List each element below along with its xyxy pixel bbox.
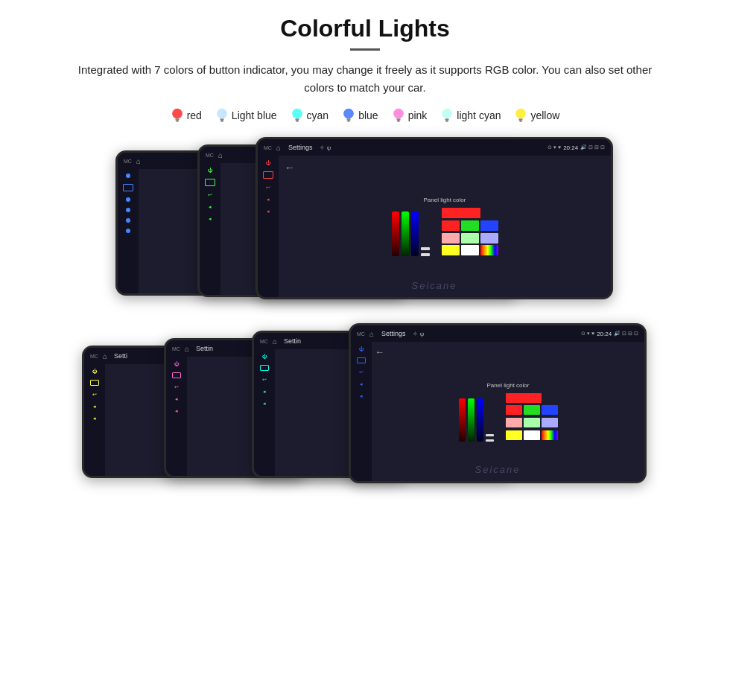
svg-rect-2 bbox=[175, 118, 179, 121]
watermark-bottom: Seicane bbox=[475, 464, 521, 475]
svg-rect-22 bbox=[445, 118, 449, 121]
color-label-lightblue: Light blue bbox=[232, 109, 277, 121]
nav-dot-4 bbox=[126, 218, 130, 223]
nav-home-3 bbox=[263, 171, 273, 179]
svg-rect-7 bbox=[220, 121, 223, 122]
pink-bulb-icon bbox=[392, 107, 405, 124]
sidebar-nav-2: ⏻ ↩ ◂ ◂ bbox=[200, 163, 220, 295]
sidebar-nav-3: ⏻ ↩ ◂ ◂ bbox=[258, 156, 279, 297]
color-sliders-3 bbox=[392, 208, 430, 256]
page-title: Colorful Lights bbox=[30, 15, 700, 42]
svg-rect-6 bbox=[220, 118, 223, 121]
svg-rect-23 bbox=[446, 121, 448, 122]
svg-rect-10 bbox=[295, 118, 299, 121]
sidebar-nav-1 bbox=[118, 169, 139, 293]
bottom-device-section: MC ⌂ Setti ⏻ ↩ ◂ ◂ bbox=[30, 323, 700, 509]
nav-home-2 bbox=[205, 179, 215, 186]
svg-point-21 bbox=[442, 109, 453, 119]
power-icon-3: ⏻ bbox=[266, 160, 271, 165]
color-label-lightcyan: light cyan bbox=[457, 109, 501, 121]
description-text: Integrated with 7 colors of button indic… bbox=[67, 61, 663, 97]
color-label-cyan: cyan bbox=[307, 109, 329, 121]
grid-cell-rainbow bbox=[480, 245, 498, 255]
svg-point-9 bbox=[292, 109, 302, 119]
device-topbar-3: MC ⌂ Settings ✧ ψ ⊙ ▾ ♥ 20:24 🔊 ⊡ ⊟ ⊡ bbox=[258, 139, 611, 156]
svg-point-13 bbox=[343, 109, 354, 119]
nav-back-2: ↩ bbox=[208, 192, 212, 198]
slider-handles-3 bbox=[421, 211, 430, 256]
svg-point-5 bbox=[217, 109, 227, 119]
color-item-lightblue: Light blue bbox=[215, 107, 277, 124]
color-label-yellow: yellow bbox=[530, 109, 559, 121]
bottom-screen-4: MC ⌂ Settings ✧ ψ ⊙ ▾ ♥ 20:24 🔊 ⊡ ⊟ ⊡ bbox=[351, 325, 644, 481]
svg-rect-27 bbox=[520, 121, 522, 122]
device-frame-3: MC ⌂ Settings ✧ ψ ⊙ ▾ ♥ 20:24 🔊 ⊡ ⊟ ⊡ bbox=[256, 137, 613, 299]
svg-rect-3 bbox=[176, 121, 178, 122]
bottom-device-stack: MC ⌂ Setti ⏻ ↩ ◂ ◂ bbox=[82, 323, 648, 506]
color-item-cyan: cyan bbox=[291, 107, 329, 124]
back-arrow-3: ← bbox=[285, 162, 295, 174]
color-label-red: red bbox=[187, 109, 202, 121]
grid-cell-g2 bbox=[461, 233, 479, 244]
nav-dot-5 bbox=[126, 229, 130, 233]
topbar-title-3: Settings bbox=[288, 144, 313, 151]
slider-green-3 bbox=[402, 211, 409, 256]
svg-point-17 bbox=[393, 109, 404, 119]
title-divider bbox=[350, 48, 380, 51]
panel-ui-3: Panel light color bbox=[392, 197, 498, 256]
grid-cell-b1 bbox=[480, 220, 498, 231]
nav-vol2-2: ◂ bbox=[209, 216, 212, 222]
top-device-section: MC ⌂ bbox=[30, 137, 700, 316]
grid-cell-r1 bbox=[442, 220, 460, 231]
nav-vol-2: ◂ bbox=[209, 204, 212, 210]
svg-point-1 bbox=[172, 109, 182, 119]
grid-cell-red-full bbox=[442, 208, 480, 218]
main-content-3: Panel light color bbox=[279, 156, 611, 297]
top-device-stack: MC ⌂ bbox=[115, 137, 615, 312]
handle-2 bbox=[421, 253, 430, 256]
color-item-pink: pink bbox=[392, 107, 428, 124]
watermark-top: Seicane bbox=[412, 280, 457, 291]
svg-rect-15 bbox=[347, 121, 349, 122]
panel-label-3: Panel light color bbox=[424, 197, 466, 203]
lightblue-bulb-icon bbox=[215, 107, 229, 124]
color-label-blue: blue bbox=[358, 109, 378, 121]
svg-rect-18 bbox=[396, 118, 400, 121]
color-item-lightcyan: light cyan bbox=[440, 107, 501, 124]
color-label-pink: pink bbox=[408, 109, 428, 121]
grid-cell-w bbox=[461, 245, 479, 255]
page-wrapper: Colorful Lights Integrated with 7 colors… bbox=[0, 0, 730, 700]
nav-dot-2 bbox=[126, 197, 130, 202]
yellow-bulb-icon bbox=[514, 107, 527, 124]
grid-cell-g1 bbox=[461, 220, 479, 231]
nav-dot-3 bbox=[126, 208, 130, 212]
panel-content-3 bbox=[392, 208, 498, 256]
slider-blue-3 bbox=[411, 211, 419, 256]
svg-rect-11 bbox=[296, 121, 298, 122]
grid-cell-y bbox=[442, 245, 460, 255]
grid-cell-b2 bbox=[480, 233, 498, 244]
topbar-left-3: MC ⌂ Settings ✧ ψ bbox=[264, 144, 331, 152]
color-grid-3 bbox=[442, 208, 498, 256]
bottom-device-4: MC ⌂ Settings ✧ ψ ⊙ ▾ ♥ 20:24 🔊 ⊡ ⊟ ⊡ bbox=[349, 323, 647, 483]
lightcyan-bulb-icon bbox=[440, 107, 454, 124]
color-item-red: red bbox=[171, 107, 202, 124]
svg-rect-19 bbox=[397, 121, 399, 122]
nav-dot-1 bbox=[126, 174, 130, 178]
svg-rect-26 bbox=[519, 118, 523, 121]
svg-rect-14 bbox=[347, 118, 351, 121]
blue-bulb-icon bbox=[342, 107, 355, 124]
power-icon-2: ⏻ bbox=[208, 168, 213, 173]
color-item-yellow: yellow bbox=[514, 107, 559, 124]
color-item-blue: blue bbox=[342, 107, 378, 124]
color-legend: red Light blue cyan bbox=[30, 107, 700, 124]
topbar-left-2: MC ⌂ bbox=[206, 151, 223, 159]
red-bulb-icon bbox=[171, 107, 184, 124]
slider-red-3 bbox=[392, 211, 399, 256]
mic-label: MC bbox=[124, 159, 132, 164]
nav-vol2-3: ◂ bbox=[267, 209, 270, 214]
handle-1 bbox=[421, 247, 430, 250]
svg-point-25 bbox=[516, 109, 527, 119]
cyan-bulb-icon bbox=[291, 107, 304, 124]
topbar-time-3: 20:24 bbox=[563, 144, 578, 151]
